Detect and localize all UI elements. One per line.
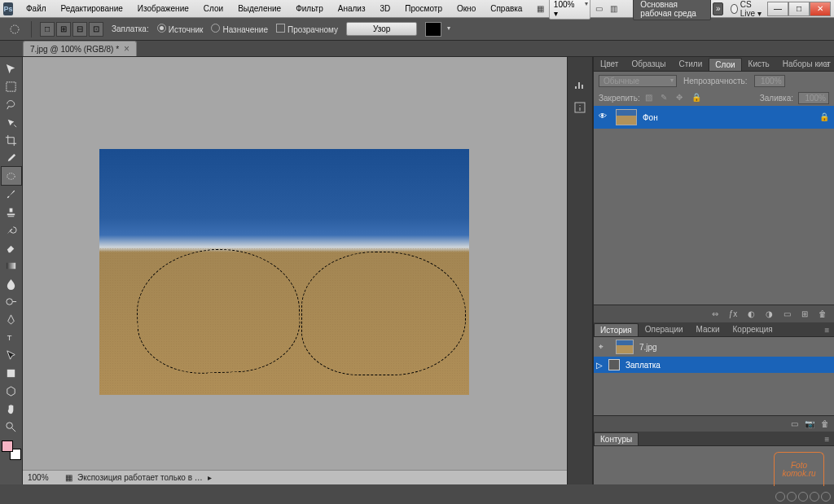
document-canvas[interactable] (99, 149, 469, 395)
layer-lock-icon[interactable]: 🔒 (819, 112, 829, 122)
selection-subtract-icon[interactable]: ⊟ (72, 22, 87, 37)
layer-visibility-icon[interactable]: 👁 (599, 112, 610, 123)
adjustment-layer-icon[interactable]: ◑ (762, 309, 775, 318)
lock-transparent-icon[interactable]: ▨ (645, 93, 656, 103)
dodge-tool-icon[interactable] (2, 292, 21, 310)
eraser-tool-icon[interactable] (2, 239, 21, 256)
brush-tool-icon[interactable] (2, 185, 21, 203)
arrange-docs-icon[interactable]: ▥ (608, 2, 621, 15)
workspace-button[interactable]: Основная рабочая среда (633, 0, 711, 20)
healing-patch-tool-icon[interactable] (2, 167, 21, 185)
lock-all-icon[interactable]: 🔒 (691, 93, 702, 103)
tab-masks[interactable]: Маски (690, 322, 726, 336)
launch-bridge-icon[interactable]: ▦ (533, 2, 546, 15)
document-tab[interactable]: 7.jpg @ 100% (RGB/8) * × (23, 41, 137, 56)
layer-name[interactable]: Фон (643, 113, 658, 122)
path-select-tool-icon[interactable] (2, 346, 21, 364)
delete-state-icon[interactable]: 🗑 (821, 419, 829, 428)
crop-tool-icon[interactable] (2, 131, 21, 149)
canvas-workspace[interactable]: 100% ▦ Экспозиция работает только в … ▸ (23, 57, 567, 484)
radio-source[interactable]: Источник (157, 24, 204, 34)
menu-3d[interactable]: 3D (373, 2, 397, 15)
status-info-arrow-icon[interactable]: ▸ (208, 473, 212, 482)
menu-edit[interactable]: Редактирование (55, 2, 129, 15)
history-brush-tool-icon[interactable] (2, 221, 21, 239)
zoom-tool-icon[interactable] (2, 418, 21, 436)
tab-styles[interactable]: Стили (672, 57, 709, 71)
checkbox-transparent[interactable]: Прозрачному (276, 24, 338, 34)
link-layers-icon[interactable]: ⇔ (709, 309, 722, 318)
history-snapshot-row[interactable]: ⌖ 7.jpg (594, 337, 834, 357)
menu-analysis[interactable]: Анализ (331, 2, 372, 15)
create-doc-from-state-icon[interactable]: ▭ (791, 419, 798, 428)
tab-actions[interactable]: Операции (639, 322, 690, 336)
menu-select[interactable]: Выделение (231, 2, 288, 15)
layer-row-background[interactable]: 👁 Фон 🔒 (594, 106, 834, 129)
zoom-dropdown[interactable]: 100% ▾ (549, 0, 590, 20)
menu-filter[interactable]: Фильтр (289, 2, 330, 15)
selection-marquee-2[interactable] (301, 252, 466, 375)
group-icon[interactable]: ▭ (780, 309, 793, 318)
stamp-tool-icon[interactable] (2, 203, 21, 221)
shape-tool-icon[interactable] (2, 364, 21, 382)
tab-brush[interactable]: Кисть (742, 57, 776, 71)
blend-mode-dropdown[interactable]: Обычные (599, 75, 677, 87)
marquee-tool-icon[interactable] (2, 77, 21, 95)
pen-tool-icon[interactable] (2, 310, 21, 328)
tab-adjustments[interactable]: Коррекция (726, 322, 779, 336)
current-tool-patch-icon[interactable] (7, 21, 23, 37)
history-source-icon[interactable]: ⌖ (599, 342, 610, 352)
dock-info-icon[interactable] (572, 99, 588, 116)
layer-fx-icon[interactable]: ƒx (726, 309, 740, 318)
3d-tool-icon[interactable] (2, 382, 21, 400)
workspace-more-icon[interactable]: » (713, 2, 723, 15)
move-tool-icon[interactable] (2, 59, 21, 77)
lock-image-icon[interactable]: ✎ (661, 93, 671, 103)
cs-live-button[interactable]: CS Live ▾ (731, 0, 762, 18)
layer-mask-icon[interactable]: ◐ (744, 309, 757, 318)
tab-history[interactable]: История (594, 323, 639, 336)
tab-layers[interactable]: Слои (709, 58, 741, 71)
eyedropper-tool-icon[interactable] (2, 149, 21, 167)
selection-intersect-icon[interactable]: ⊡ (89, 22, 103, 37)
screen-mode-icon[interactable]: ▭ (592, 2, 605, 15)
close-tab-icon[interactable]: × (124, 43, 129, 55)
new-snapshot-icon[interactable]: 📷 (805, 419, 814, 428)
color-swatches[interactable] (2, 440, 21, 460)
fill-field[interactable]: 100% (798, 92, 829, 104)
lock-position-icon[interactable]: ✥ (676, 93, 687, 103)
gradient-tool-icon[interactable] (2, 256, 21, 274)
opacity-field[interactable]: 100% (754, 75, 785, 87)
pattern-swatch-dropdown[interactable] (425, 22, 441, 37)
hand-tool-icon[interactable] (2, 400, 21, 418)
foreground-color[interactable] (2, 440, 13, 452)
blur-tool-icon[interactable] (2, 274, 21, 292)
menu-layers[interactable]: Слои (197, 2, 230, 15)
type-tool-icon[interactable]: T (2, 328, 21, 346)
layer-thumbnail[interactable] (616, 109, 637, 125)
selection-add-icon[interactable]: ⊞ (56, 22, 71, 37)
status-zoom[interactable]: 100% (28, 473, 60, 482)
tab-color[interactable]: Цвет (594, 57, 625, 71)
radio-destination[interactable]: Назначение (211, 24, 268, 34)
lasso-tool-icon[interactable] (2, 95, 21, 113)
layers-panel-menu-icon[interactable]: ≡ (822, 59, 832, 70)
selection-new-icon[interactable]: □ (40, 22, 55, 37)
quick-select-tool-icon[interactable] (2, 113, 21, 131)
tab-paths[interactable]: Контуры (594, 432, 639, 445)
history-panel-menu-icon[interactable]: ≡ (822, 325, 832, 335)
menu-image[interactable]: Изображение (131, 2, 195, 15)
menu-help[interactable]: Справка (484, 2, 529, 15)
delete-layer-icon[interactable]: 🗑 (816, 309, 829, 318)
dock-histogram-icon[interactable] (572, 77, 588, 93)
history-step-row[interactable]: ▷ Заплатка (594, 357, 834, 373)
tab-swatches[interactable]: Образцы (625, 57, 672, 71)
menu-file[interactable]: Файл (20, 2, 53, 15)
window-maximize-icon[interactable]: □ (788, 2, 810, 16)
window-close-icon[interactable]: ✕ (810, 2, 831, 16)
status-doc-icon[interactable]: ▦ (65, 473, 72, 482)
menu-view[interactable]: Просмотр (398, 2, 449, 15)
window-minimize-icon[interactable]: — (767, 2, 788, 16)
menu-window[interactable]: Окно (450, 2, 482, 15)
use-pattern-button[interactable]: Узор (346, 22, 417, 36)
